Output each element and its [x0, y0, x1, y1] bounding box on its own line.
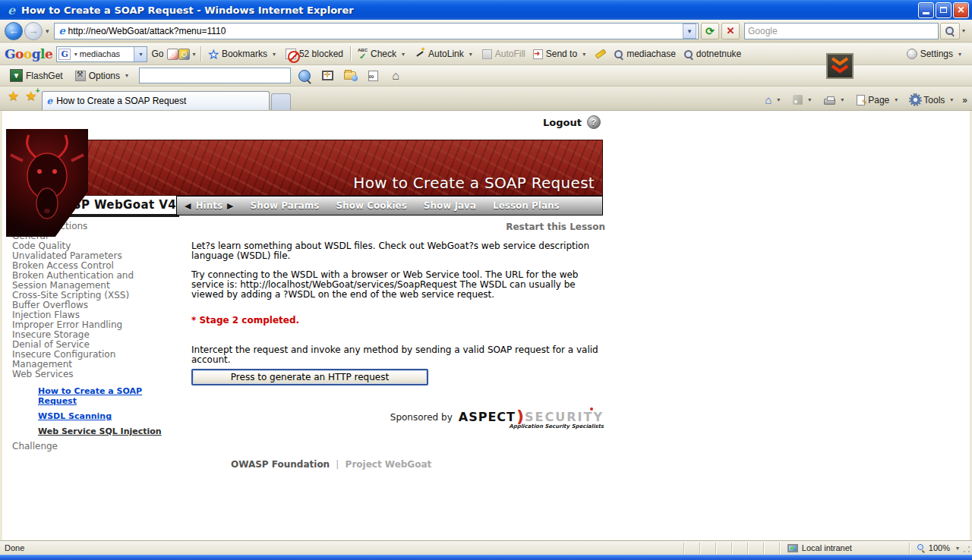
ie-window: e How to Create a SOAP Request - Windows…	[0, 0, 972, 560]
search-box[interactable]	[744, 23, 939, 39]
status-message: Done	[5, 543, 24, 552]
back-icon: ←	[9, 25, 19, 36]
flashget-folder-button[interactable]	[341, 68, 359, 84]
search-go-button[interactable]	[940, 23, 960, 39]
sidebar-item-insecure-configuration[interactable]: Insecure Configuration Management	[12, 350, 156, 370]
sidebar-item-challenge[interactable]: Challenge	[12, 441, 183, 451]
favorites-center-button[interactable]: ★	[8, 90, 19, 102]
refresh-button[interactable]: ⟳	[701, 23, 719, 39]
sidebar-link-wsdl-scanning[interactable]: WSDL Scanning	[38, 411, 183, 421]
menu-hints[interactable]: ◀ Hints ▶	[185, 200, 234, 211]
back-button[interactable]: ←	[5, 22, 23, 40]
forward-button[interactable]: →	[24, 22, 43, 40]
flashget-button[interactable]: ▼ FlashGet	[6, 67, 67, 85]
intranet-icon	[787, 544, 798, 552]
dotnetnuke-button[interactable]: dotnetnuke	[680, 45, 745, 63]
google-search-dropdown[interactable]: ▾	[134, 47, 147, 61]
google-go-button[interactable]: Go	[147, 45, 167, 63]
sidebar-link-ws-sql-injection[interactable]: Web Service SQL Injection	[38, 426, 183, 436]
minimize-button[interactable]	[918, 2, 934, 18]
autolink-button[interactable]: AutoLink ▾	[411, 45, 478, 63]
print-button[interactable]: ▾	[820, 94, 850, 106]
flashget-options-button[interactable]: Options ▾	[71, 67, 134, 85]
resize-grip[interactable]	[962, 545, 971, 554]
flashget-capture-button[interactable]	[318, 68, 336, 84]
send-to-icon	[533, 49, 543, 59]
chevron-down-icon: ▾	[399, 51, 407, 58]
restore-button[interactable]	[936, 2, 951, 18]
menu-show-java[interactable]: Show Java	[424, 200, 476, 211]
google-logo: Google	[5, 46, 52, 61]
check-label: Check	[371, 49, 396, 59]
page-menu-button[interactable]: Page▾	[853, 93, 904, 107]
search-images-icon[interactable]	[178, 49, 190, 60]
menu-show-cookies[interactable]: Show Cookies	[336, 200, 406, 211]
address-dropdown-button[interactable]: ▾	[683, 24, 696, 39]
search-modes-dropdown[interactable]: ▾	[190, 51, 197, 58]
menu-show-params[interactable]: Show Params	[251, 200, 320, 211]
feeds-button[interactable]: ▾	[789, 93, 817, 106]
search-options-dropdown[interactable]: ▾	[960, 27, 967, 34]
generate-request-button[interactable]: Press to generate an HTTP request	[191, 369, 428, 385]
settings-label: Settings	[920, 49, 953, 59]
popup-blocked-icon	[286, 49, 296, 59]
close-icon: ✕	[957, 5, 964, 14]
page-icon	[857, 95, 865, 105]
flashget-logo-icon: ▼	[10, 69, 23, 82]
bookmarks-button[interactable]: ★ Bookmarks ▾	[204, 45, 282, 63]
footer-owasp-link[interactable]: OWASP Foundation	[231, 459, 330, 470]
popup-blocker-button[interactable]: 52 blocked	[282, 45, 347, 63]
sidebar-item-web-services[interactable]: Web Services	[12, 370, 156, 379]
logout-link[interactable]: Logout	[543, 117, 582, 128]
search-input[interactable]	[748, 26, 935, 36]
search-site-icon[interactable]	[167, 49, 178, 60]
close-button[interactable]: ✕	[953, 2, 969, 18]
search-icon	[945, 26, 955, 36]
footer-project-link[interactable]: Project WebGoat	[346, 459, 432, 470]
mediachase-button[interactable]: mediachase	[610, 45, 680, 63]
autofill-button[interactable]: AutoFill	[478, 45, 529, 63]
add-favorite-button[interactable]: ★+	[25, 90, 36, 102]
flashget-search-input[interactable]	[139, 68, 291, 83]
footer-separator: |	[336, 459, 339, 470]
highlighter-button[interactable]	[592, 45, 610, 63]
restart-lesson-link[interactable]: Restart this Lesson	[191, 222, 605, 232]
address-input[interactable]	[68, 26, 683, 36]
flashget-search-button[interactable]	[295, 68, 314, 84]
link-page-icon	[368, 71, 378, 81]
webgoat-header: How to Create a SOAP Request OWASP WebGo…	[6, 129, 604, 237]
recent-pages-dropdown[interactable]: ▾	[46, 27, 49, 35]
window-title: How to Create a SOAP Request - Windows I…	[21, 5, 918, 16]
sendto-button[interactable]: Send to ▾	[529, 45, 592, 63]
flashget-links-button[interactable]	[364, 68, 382, 84]
help-button[interactable]: ?	[587, 115, 601, 129]
next-hint-icon[interactable]: ▶	[227, 201, 233, 211]
tools-menu-button[interactable]: Tools▾	[907, 93, 959, 107]
new-tab-button[interactable]	[271, 93, 291, 110]
chevron-down-icon: ▾	[892, 96, 900, 103]
settings-button[interactable]: Settings ▾	[903, 45, 967, 63]
chevron-down-icon[interactable]: ▾	[954, 545, 961, 552]
zone-label: Local intranet	[802, 543, 852, 552]
red-dot-icon	[590, 407, 593, 411]
prev-hint-icon[interactable]: ◀	[185, 201, 191, 211]
flashget-dropzone[interactable]	[826, 53, 854, 79]
sidebar-link-soap-request[interactable]: How to Create a SOAP Request	[38, 386, 183, 406]
home-button[interactable]: ⌂▾	[761, 93, 786, 107]
spellcheck-button[interactable]: ABC✓ Check ▾	[354, 45, 411, 63]
google-search-value[interactable]: mediachas	[80, 49, 134, 58]
status-separator	[747, 543, 748, 554]
toolbar-overflow-button[interactable]: »	[962, 95, 967, 105]
status-separator	[683, 543, 684, 554]
flashget-label: FlashGet	[26, 71, 63, 81]
google-search-combo[interactable]: G ▾ mediachas ▾	[56, 46, 147, 62]
menu-lesson-plans[interactable]: Lesson Plans	[493, 200, 560, 211]
tab-active[interactable]: e How to Create a SOAP Request	[42, 91, 270, 110]
sidebar-item-broken-authentication[interactable]: Broken Authentication and Session Manage…	[12, 271, 156, 291]
chevron-down-icon[interactable]: ▾	[72, 51, 80, 58]
address-bar[interactable]: e ▾	[54, 23, 699, 39]
flashget-home-button[interactable]: ⌂	[387, 68, 405, 84]
lesson-paragraph: Intercept the request and invoke any met…	[191, 345, 605, 365]
blocked-count-label: 52 blocked	[299, 49, 343, 59]
stop-button[interactable]: ✕	[721, 23, 740, 39]
